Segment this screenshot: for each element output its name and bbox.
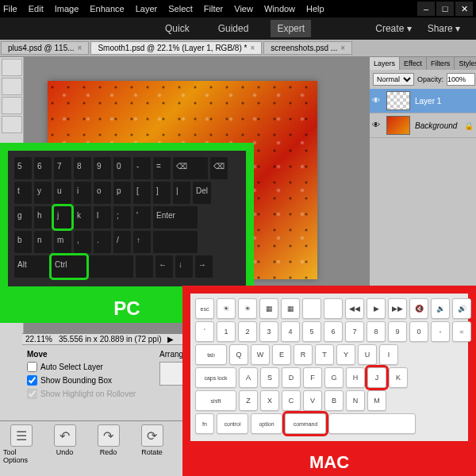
mac-keyboard-illustration: esc☀☀▦▦◀◀▶▶▶🔇🔉🔊 `1234567890-= tabQWERTYU…: [182, 286, 476, 476]
tool[interactable]: [2, 59, 22, 76]
tab-effects[interactable]: Effect: [400, 57, 427, 70]
tool[interactable]: [2, 116, 22, 133]
zoom-level[interactable]: 22.11%: [25, 335, 52, 344]
blend-mode-select[interactable]: Normal: [373, 73, 414, 86]
rotate-button[interactable]: ⟳Rotate: [134, 424, 170, 473]
mode-expert[interactable]: Expert: [271, 20, 311, 37]
maximize-icon[interactable]: □: [436, 2, 454, 16]
close-icon[interactable]: ×: [250, 44, 255, 52]
command-key-highlight: command: [285, 413, 326, 434]
rollover-checkbox: [27, 389, 37, 399]
ctrl-key-highlight: Ctrl: [52, 255, 86, 278]
tab[interactable]: plus4.psd @ 115...×: [1, 41, 89, 55]
bounding-box-checkbox[interactable]: [27, 375, 37, 386]
doc-dims: 35.556 in x 20.889 in (72 ppi): [59, 335, 162, 344]
close-icon[interactable]: ×: [78, 44, 83, 52]
menubar: File Edit Image Enhance Layer Select Fil…: [3, 4, 324, 13]
arrow-icon[interactable]: ▶: [167, 335, 174, 344]
tab-styles[interactable]: Styles: [455, 57, 476, 70]
tool[interactable]: [2, 97, 22, 114]
tab-filters[interactable]: Filters: [427, 57, 455, 70]
tab-layers[interactable]: Layers: [370, 57, 400, 70]
tab[interactable]: screenshots.psd ...×: [263, 41, 352, 55]
undo-button[interactable]: ↶Undo: [47, 424, 83, 473]
tool[interactable]: [2, 78, 22, 95]
mac-label: MAC: [182, 449, 476, 476]
layer-row[interactable]: 👁 Layer 1: [370, 89, 476, 113]
j-key-highlight: j: [54, 206, 71, 228]
minimize-icon[interactable]: –: [417, 2, 435, 16]
visibility-icon[interactable]: 👁: [372, 96, 382, 106]
tab[interactable]: Smooth1.psd @ 22.1% (Layer 1, RGB/8) *×: [90, 41, 262, 55]
layer-thumb: [386, 116, 410, 135]
mode-quick[interactable]: Quick: [159, 20, 196, 37]
auto-select-checkbox[interactable]: [27, 362, 37, 372]
visibility-icon[interactable]: 👁: [372, 121, 382, 130]
tool-options-button[interactable]: ☰Tool Options: [3, 424, 39, 473]
lock-icon: 🔒: [464, 121, 474, 130]
mode-guided[interactable]: Guided: [212, 20, 255, 37]
j-key-highlight: J: [367, 367, 386, 388]
create-menu[interactable]: Create ▾: [375, 23, 411, 34]
share-menu[interactable]: Share ▾: [428, 23, 460, 34]
close-icon[interactable]: ✕: [455, 2, 473, 16]
redo-button[interactable]: ↷Redo: [90, 424, 126, 473]
layer-thumb: [386, 91, 410, 110]
close-icon[interactable]: ×: [340, 44, 345, 52]
document-tabs: plus4.psd @ 115...× Smooth1.psd @ 22.1% …: [0, 40, 476, 57]
arrange-icon[interactable]: [159, 362, 183, 386]
layer-row[interactable]: 👁 Background 🔒: [370, 113, 476, 138]
opacity-input[interactable]: [447, 73, 475, 86]
